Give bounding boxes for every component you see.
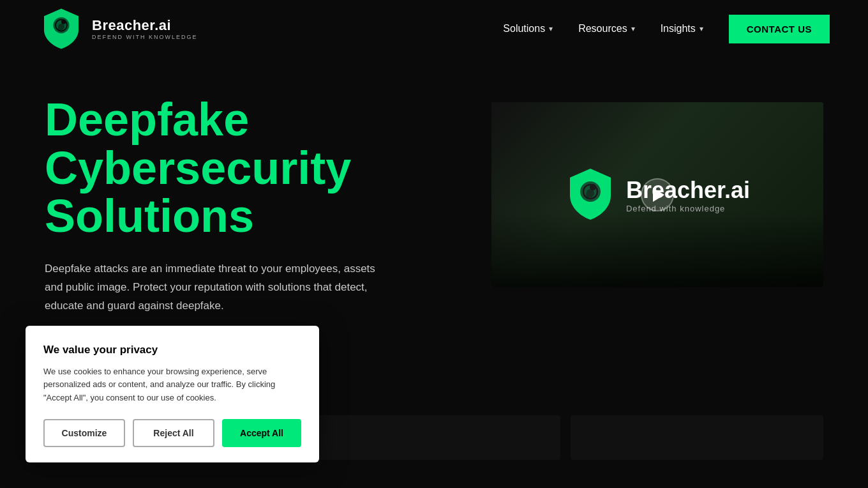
nav-item-insights[interactable]: Insights ▾	[661, 23, 703, 34]
chevron-down-icon: ▾	[700, 24, 703, 33]
card-2	[308, 415, 560, 460]
card-3	[571, 415, 823, 460]
logo-icon	[38, 6, 84, 52]
contact-us-button[interactable]: CONTACT US	[729, 15, 830, 43]
cookie-banner: We value your privacy We use cookies to …	[26, 326, 319, 462]
nav-item-solutions[interactable]: Solutions ▾	[503, 23, 553, 34]
cookie-body: We use cookies to enhance your browsing …	[43, 365, 301, 405]
hero-video[interactable]: Breacher.ai Defend with knowledge	[491, 102, 823, 287]
cookie-title: We value your privacy	[43, 344, 301, 356]
video-shield-icon	[565, 166, 616, 224]
customize-button[interactable]: Customize	[43, 419, 125, 447]
chevron-down-icon: ▾	[631, 24, 635, 33]
logo[interactable]: Breacher.ai DEFEND WITH KNOWLEDGE	[38, 6, 198, 52]
chevron-down-icon: ▾	[549, 24, 553, 33]
reject-all-button[interactable]: Reject All	[133, 419, 214, 447]
logo-title: Breacher.ai	[92, 17, 198, 34]
cookie-buttons: Customize Reject All Accept All	[43, 419, 301, 447]
hero-left: Deepfake Cybersecurity Solutions Deepfak…	[45, 96, 383, 315]
video-play-button[interactable]	[641, 178, 674, 211]
hero-description: Deepfake attacks are an immediate threat…	[45, 260, 383, 316]
navbar: Breacher.ai DEFEND WITH KNOWLEDGE Soluti…	[0, 0, 868, 57]
accept-all-button[interactable]: Accept All	[222, 419, 301, 447]
logo-text: Breacher.ai DEFEND WITH KNOWLEDGE	[92, 17, 198, 40]
nav-item-resources[interactable]: Resources ▾	[578, 23, 634, 34]
hero-title: Deepfake Cybersecurity Solutions	[45, 96, 383, 241]
nav-links: Solutions ▾ Resources ▾ Insights ▾ CONTA…	[503, 15, 830, 43]
svg-point-2	[61, 20, 66, 24]
logo-subtitle: DEFEND WITH KNOWLEDGE	[92, 34, 198, 40]
